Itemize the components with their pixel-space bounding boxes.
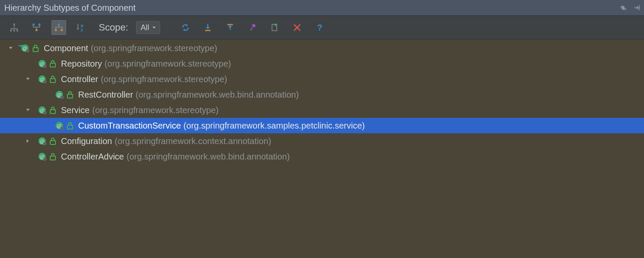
svg-rect-41 — [67, 94, 73, 98]
svg-rect-0 — [13, 24, 15, 25]
expand-arrow-icon[interactable] — [23, 108, 33, 113]
tree-node-package: org.springframework.context.annotation — [115, 136, 271, 146]
svg-rect-46 — [44, 112, 46, 114]
svg-text:?: ? — [317, 23, 322, 32]
export-to-text-file-button[interactable] — [267, 20, 282, 35]
collapse-arrow-icon[interactable] — [23, 138, 33, 144]
svg-text:z: z — [81, 28, 83, 32]
expand-arrow-icon[interactable] — [6, 46, 15, 51]
panel-titlebar: Hierarchy Subtypes of Component — [0, 0, 644, 16]
svg-rect-59 — [50, 141, 55, 144]
tree-node-package: org.springframework.stereotype — [91, 43, 217, 53]
tree-row[interactable]: @Serviceorg.springframework.stereotype — [0, 102, 644, 118]
svg-rect-58 — [44, 143, 46, 144]
autoscroll-from-source-button[interactable] — [223, 20, 237, 35]
help-button[interactable]: ? — [312, 20, 327, 35]
lock-open-icon — [32, 44, 39, 52]
gear-icon[interactable] — [619, 4, 627, 12]
class-hierarchy-button[interactable] — [7, 20, 21, 35]
lock-open-icon — [49, 153, 57, 160]
svg-rect-12 — [205, 30, 210, 31]
sort-alphabetically-button[interactable]: az — [74, 20, 88, 35]
tree-node-package: org.springframework.web.bind.annotation — [136, 90, 299, 100]
tree-node-name: ControllerAdvice — [61, 152, 124, 162]
autoscroll-to-source-button[interactable] — [200, 20, 215, 35]
svg-rect-23 — [33, 48, 38, 52]
titlebar-actions — [619, 4, 641, 12]
svg-rect-3 — [17, 30, 18, 32]
svg-rect-1 — [10, 30, 12, 32]
lock-open-icon — [49, 60, 57, 68]
tree-node-name: Configuration — [61, 136, 112, 146]
tree-node-package: org.springframework.stereotype — [101, 74, 228, 84]
svg-rect-40 — [61, 97, 63, 98]
svg-rect-2 — [13, 30, 15, 32]
hierarchy-tree[interactable]: @Componentorg.springframework.stereotype… — [0, 40, 644, 258]
svg-rect-22 — [27, 50, 28, 52]
svg-rect-8 — [55, 29, 57, 31]
tree-node-package: org.springframework.web.bind.annotation — [127, 152, 290, 162]
tree-node-package: org.springframework.samples.petclinic.se… — [183, 121, 365, 131]
svg-rect-4 — [33, 24, 35, 26]
annotation-icon: @ — [52, 89, 64, 100]
scope-value: All — [141, 23, 149, 32]
annotation-icon: @ — [35, 74, 46, 85]
subtypes-hierarchy-button[interactable] — [52, 20, 66, 35]
tree-node-name: RestController — [78, 90, 133, 100]
tree-node-name: Service — [61, 105, 90, 115]
svg-rect-47 — [50, 110, 55, 114]
tree-row[interactable]: @ControllerAdviceorg.springframework.web… — [0, 149, 644, 164]
tree-row[interactable]: @Configurationorg.springframework.contex… — [0, 133, 644, 149]
tree-node-name: Component — [44, 43, 88, 53]
svg-rect-5 — [39, 24, 41, 26]
annotation-icon: @ — [35, 58, 46, 69]
tree-node-package: org.springframework.stereotype — [105, 59, 231, 69]
tree-node-name: CustomTransactionService — [78, 121, 181, 131]
supertypes-hierarchy-button[interactable] — [29, 20, 44, 35]
tree-row[interactable]: @CustomTransactionServiceorg.springframe… — [0, 118, 644, 133]
pin-tab-button[interactable] — [245, 20, 260, 35]
svg-rect-29 — [50, 63, 55, 67]
tree-node-name: Repository — [61, 59, 102, 69]
annotation-icon: @ — [35, 104, 46, 116]
svg-rect-53 — [67, 125, 73, 129]
lock-open-icon — [49, 106, 57, 114]
tree-row[interactable]: @Componentorg.springframework.stereotype — [0, 40, 644, 56]
svg-rect-34 — [44, 81, 46, 83]
svg-rect-28 — [44, 66, 46, 67]
expand-arrow-icon[interactable] — [23, 77, 33, 82]
svg-rect-35 — [50, 79, 55, 83]
annotation-icon: @ — [35, 151, 46, 162]
lock-open-icon — [49, 137, 57, 145]
annotation-icon: @ — [18, 43, 29, 54]
tree-node-package: org.springframework.stereotype — [92, 105, 219, 115]
svg-rect-65 — [50, 156, 55, 160]
tree-row[interactable]: @Controllerorg.springframework.stereotyp… — [0, 71, 644, 87]
lock-open-icon — [66, 122, 74, 129]
svg-rect-7 — [58, 24, 60, 26]
lock-open-icon — [49, 75, 57, 83]
svg-rect-52 — [61, 128, 63, 129]
svg-rect-6 — [36, 29, 38, 31]
svg-rect-13 — [227, 24, 233, 25]
scope-label: Scope: — [99, 22, 128, 33]
tree-node-name: Controller — [61, 74, 98, 84]
svg-rect-64 — [44, 159, 46, 160]
tree-row[interactable]: @RestControllerorg.springframework.web.b… — [0, 87, 644, 102]
panel-title: Hierarchy Subtypes of Component — [4, 3, 619, 13]
scope-dropdown[interactable]: All — [136, 21, 160, 34]
annotation-icon: @ — [52, 120, 64, 131]
hide-panel-icon[interactable] — [633, 4, 641, 12]
tree-row[interactable]: @Repositoryorg.springframework.stereotyp… — [0, 56, 644, 71]
chevron-down-icon — [152, 25, 156, 30]
refresh-button[interactable] — [178, 20, 193, 35]
lock-open-icon — [66, 91, 74, 98]
svg-rect-9 — [61, 29, 63, 31]
hierarchy-toolbar: az Scope: All ? — [0, 16, 644, 40]
annotation-icon: @ — [35, 135, 46, 147]
close-button[interactable] — [290, 20, 304, 35]
